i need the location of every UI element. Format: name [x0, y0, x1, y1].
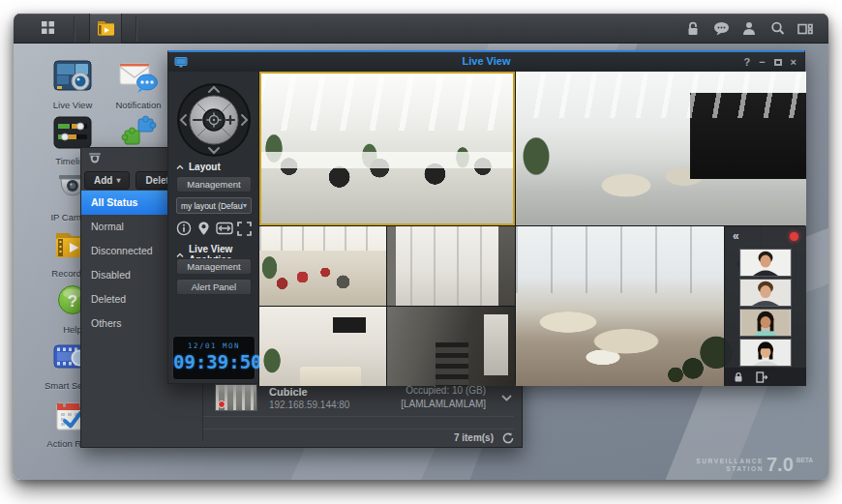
lock-icon[interactable]: [683, 19, 703, 39]
list-divider: [203, 416, 514, 417]
face-thumbnail-4[interactable]: [739, 339, 792, 367]
camera-thumbnail: [215, 384, 257, 411]
info-icon[interactable]: [174, 220, 193, 238]
notification-icon: [102, 58, 175, 95]
caret-down-icon: ▾: [116, 176, 120, 185]
layout-section-header: Layout: [176, 162, 256, 172]
camera-address: 192.168.59.144:80: [269, 400, 349, 410]
camera-row-meta: Occupied: 10 (GB) [LAMLAMLAMLAM]: [401, 384, 486, 411]
refresh-icon[interactable]: [502, 432, 514, 444]
live-view-icon: [36, 58, 109, 95]
face-panel-header: «: [725, 226, 806, 246]
taskbar-recording-app-button[interactable]: [89, 14, 122, 44]
logo-text: SURVEILLANCE STATION: [696, 458, 764, 473]
taskbar-separator: [135, 15, 137, 42]
maximize-icon: [774, 59, 782, 66]
layout-tools: [174, 219, 254, 238]
main-menu-button[interactable]: [31, 14, 64, 44]
face-detection-panel: «: [724, 226, 806, 386]
close-button[interactable]: ×: [791, 57, 797, 68]
camera-grid: «: [259, 72, 804, 383]
list-footer: 7 item(s): [203, 430, 514, 446]
desktop-icon-label: Notification: [116, 100, 162, 110]
desktop-icon-notification[interactable]: Notification: [102, 58, 175, 112]
desktop-icon-label: Live View: [53, 100, 93, 110]
logo-version: 7.0: [767, 457, 794, 473]
layout-management-button[interactable]: Management: [176, 176, 252, 193]
camera-tile-1-selected[interactable]: [259, 72, 515, 225]
apps-grid-icon: [41, 20, 55, 38]
user-icon[interactable]: [739, 19, 759, 39]
taskbar-tray: [683, 14, 815, 44]
location-pin-icon[interactable]: [195, 220, 213, 238]
camera-tag: [LAMLAMLAMLAM]: [401, 398, 486, 411]
camera-name: Cubicle: [269, 386, 349, 398]
collapse-panel-button[interactable]: «: [733, 230, 739, 242]
add-button-label: Add: [94, 175, 112, 186]
door-icon[interactable]: [756, 371, 767, 383]
logo-beta-tag: BETA: [797, 457, 813, 463]
live-view-titlebar[interactable]: Live View ? − ×: [168, 52, 804, 72]
live-view-sidebar: Layout Management my layout (Default) ▾: [168, 72, 259, 383]
recording-folder-icon: [96, 18, 116, 40]
analytics-management-button[interactable]: Management: [176, 258, 252, 275]
minimize-button[interactable]: −: [759, 57, 765, 68]
camera-storage: Occupied: 10 (GB): [401, 384, 486, 398]
chevron-down-icon[interactable]: [501, 395, 512, 401]
desktop: Live View Notification Timeline Add-ons …: [14, 14, 828, 480]
taskbar-separator: [74, 15, 75, 42]
clock-time: 09:39:50: [173, 351, 255, 372]
desktop-icon-live-view[interactable]: Live View: [36, 58, 109, 112]
camera-row-texts: Cubicle 192.168.59.144:80: [269, 386, 349, 410]
taskbar: [14, 14, 828, 44]
recording-indicator: [218, 400, 226, 408]
svg-text:?: ?: [68, 292, 77, 311]
add-ons-icon: [102, 114, 175, 151]
maximize-button[interactable]: [774, 57, 782, 68]
logo-line1: SURVEILLANCE: [696, 458, 764, 464]
lock-icon[interactable]: [734, 371, 743, 383]
surveillance-station-logo: SURVEILLANCE STATION 7.0 BETA: [696, 457, 813, 473]
camera-tile-5[interactable]: [259, 307, 386, 386]
camera-tile-4[interactable]: [387, 226, 515, 306]
alert-panel-button[interactable]: Alert Panel: [176, 279, 252, 295]
layout-section-title: Layout: [189, 162, 221, 172]
recording-indicator-dot: [790, 232, 798, 241]
clock-date: 12/01 MON: [173, 341, 255, 350]
camera-tile-2[interactable]: [516, 72, 806, 225]
chevron-up-icon: [176, 162, 184, 172]
window-controls: ? − ×: [743, 52, 797, 72]
live-view-window-icon: [174, 55, 188, 73]
window-title: Live View: [168, 55, 804, 67]
timeline-icon: [36, 114, 109, 151]
logo-line2: STATION: [726, 465, 764, 472]
help-button[interactable]: ?: [743, 57, 750, 68]
layout-selector-value: my layout (Default): [181, 201, 243, 211]
face-panel-footer: [725, 368, 806, 386]
layout-icon[interactable]: [796, 19, 815, 39]
layout-selector[interactable]: my layout (Default) ▾: [176, 197, 252, 214]
dome-camera-icon: [87, 151, 103, 170]
camera-tile-3[interactable]: [259, 226, 386, 306]
clock-display: 12/01 MON 09:39:50: [172, 336, 256, 380]
item-count: 7 item(s): [454, 432, 494, 443]
caret-down-icon: ▾: [243, 201, 247, 210]
add-button[interactable]: Add ▾: [84, 171, 130, 190]
swap-horizontal-icon[interactable]: [215, 220, 233, 238]
desktop-icon-label: Help: [63, 324, 82, 335]
camera-tile-6[interactable]: [387, 307, 515, 386]
search-icon[interactable]: [767, 19, 787, 39]
face-thumbnail-2[interactable]: [739, 279, 792, 307]
chat-icon[interactable]: [711, 19, 731, 39]
ptz-control[interactable]: [175, 81, 253, 159]
face-thumbnail-3[interactable]: [739, 309, 792, 337]
live-view-window: Live View ? − ×: [167, 50, 805, 384]
fullscreen-icon[interactable]: [235, 220, 254, 238]
face-thumbnail-1[interactable]: [739, 249, 792, 277]
